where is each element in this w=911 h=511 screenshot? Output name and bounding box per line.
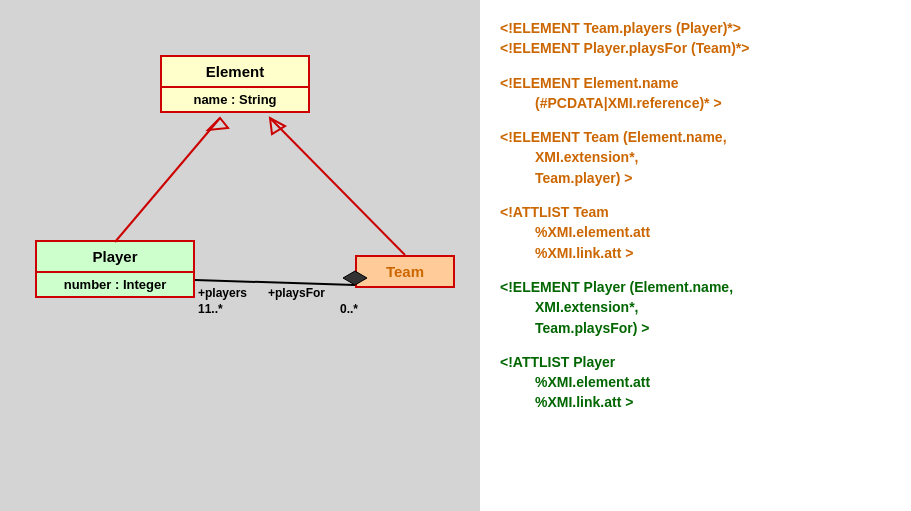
team-class-title: Team (357, 257, 453, 286)
svg-line-2 (270, 118, 405, 255)
element-class-box: Element name : String (160, 55, 310, 113)
diagram-panel: Element name : String Player number : In… (0, 0, 480, 511)
mult2-label: 0..* (340, 302, 358, 316)
dtd-line: %XMI.link.att > (500, 243, 891, 263)
playsfor-label: +playsFor (268, 286, 325, 300)
players-label: +players (198, 286, 247, 300)
dtd-block-6: <!ATTLIST Player %XMI.element.att %XMI.l… (500, 352, 891, 413)
dtd-block-4: <!ATTLIST Team %XMI.element.att %XMI.lin… (500, 202, 891, 263)
dtd-block-1: <!ELEMENT Team.players (Player)*> <!ELEM… (500, 18, 891, 59)
dtd-line: %XMI.element.att (500, 372, 891, 392)
dtd-line: %XMI.link.att > (500, 392, 891, 412)
dtd-line: <!ELEMENT Element.name (500, 73, 891, 93)
element-class-attr: name : String (162, 86, 308, 111)
svg-line-0 (115, 118, 220, 242)
dtd-block-5: <!ELEMENT Player (Element.name, XMI.exte… (500, 277, 891, 338)
dtd-line: <!ELEMENT Team (Element.name, (500, 127, 891, 147)
dtd-line: <!ELEMENT Player.playsFor (Team)*> (500, 38, 891, 58)
dtd-panel: <!ELEMENT Team.players (Player)*> <!ELEM… (480, 0, 911, 511)
dtd-line: <!ELEMENT Team.players (Player)*> (500, 18, 891, 38)
dtd-line: Team.player) > (500, 168, 891, 188)
dtd-block-3: <!ELEMENT Team (Element.name, XMI.extens… (500, 127, 891, 188)
dtd-line: Team.playsFor) > (500, 318, 891, 338)
svg-line-4 (195, 280, 355, 285)
team-class-box: Team (355, 255, 455, 288)
dtd-line: XMI.extension*, (500, 147, 891, 167)
player-class-box: Player number : Integer (35, 240, 195, 298)
dtd-line: (#PCDATA|XMI.reference)* > (500, 93, 891, 113)
dtd-line: <!ATTLIST Player (500, 352, 891, 372)
dtd-line: <!ATTLIST Team (500, 202, 891, 222)
dtd-line: XMI.extension*, (500, 297, 891, 317)
mult1-label: 11..* (198, 302, 223, 316)
svg-marker-1 (208, 118, 228, 130)
element-class-title: Element (162, 57, 308, 86)
player-class-attr: number : Integer (37, 271, 193, 296)
dtd-line: %XMI.element.att (500, 222, 891, 242)
svg-marker-3 (270, 118, 285, 134)
dtd-block-2: <!ELEMENT Element.name (#PCDATA|XMI.refe… (500, 73, 891, 114)
player-class-title: Player (37, 242, 193, 271)
dtd-line: <!ELEMENT Player (Element.name, (500, 277, 891, 297)
